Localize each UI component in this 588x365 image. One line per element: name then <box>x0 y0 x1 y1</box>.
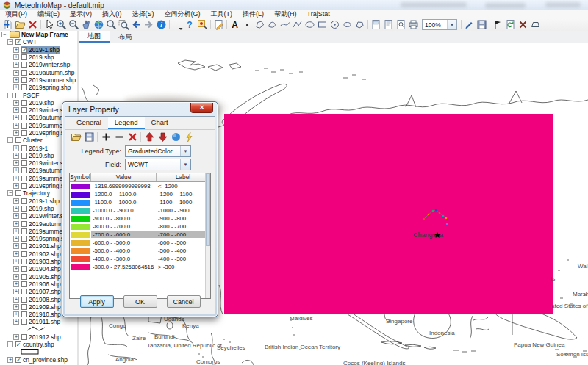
color-swatch[interactable] <box>71 208 90 214</box>
circle-draw-icon[interactable] <box>329 19 341 31</box>
legend-break-row-5[interactable]: -800.0 - -700.0-800 - -700 <box>70 223 210 231</box>
value-cell[interactable]: -600.0 - -500.0 <box>91 239 157 246</box>
close-project-icon[interactable] <box>26 19 39 31</box>
cancel-button[interactable]: Cancel <box>167 295 201 308</box>
tree-expander[interactable]: + <box>13 115 19 120</box>
label-cell[interactable]: -800 - -700 <box>157 223 209 230</box>
tree-expander[interactable]: + <box>13 123 19 129</box>
symbol-cell[interactable] <box>70 232 91 238</box>
layer-visibility-checkbox[interactable] <box>21 167 27 173</box>
layer-visibility-checkbox[interactable] <box>21 274 27 280</box>
zoom-to-layer-icon[interactable] <box>118 19 130 31</box>
tree-expander[interactable]: − <box>7 137 13 143</box>
tree-expander[interactable]: + <box>13 236 19 242</box>
layer-visibility-checkbox[interactable] <box>21 198 27 204</box>
layer-visibility-checkbox[interactable] <box>21 236 27 242</box>
make-breaks-icon[interactable] <box>169 131 182 143</box>
polygon-select-icon[interactable] <box>529 19 542 31</box>
layer-visibility-checkbox[interactable]: ✓ <box>21 47 27 53</box>
tree-item-2019-1-shp[interactable]: +✓2019-1.shp <box>0 46 77 54</box>
layer-visibility-checkbox[interactable] <box>21 334 27 340</box>
value-cell[interactable]: -700.0 - -600.0 <box>91 231 157 238</box>
print-icon[interactable] <box>407 19 420 31</box>
table-scrollbar[interactable] <box>205 173 210 298</box>
polygon-draw-icon[interactable] <box>254 19 266 31</box>
chevron-down-icon[interactable]: ▼ <box>447 20 456 29</box>
layer-visibility-checkbox[interactable] <box>21 115 27 120</box>
layer-visibility-checkbox[interactable] <box>21 311 27 317</box>
value-cell[interactable]: -900.0 - -800.0 <box>91 215 157 222</box>
tree-item-2019spring-shp[interactable]: +2019spring.shp <box>0 84 77 91</box>
rectangle-draw-icon[interactable] <box>316 19 329 31</box>
tree-item-2019-shp[interactable]: +2019.shp <box>0 54 77 61</box>
label-cell[interactable]: -1000 - -900 <box>157 207 209 214</box>
legend-break-row-1[interactable]: -1200.0 - -1100.0-1200 - -1100 <box>70 190 210 198</box>
tree-item-2019autumn-shp[interactable]: +2019autumn.shp <box>0 68 77 76</box>
tree-expander[interactable]: + <box>13 183 19 189</box>
layer-visibility-checkbox[interactable] <box>21 281 27 287</box>
remove-break-icon[interactable] <box>112 131 126 143</box>
layer-visibility-checkbox[interactable] <box>21 319 27 325</box>
layer-visibility-checkbox[interactable] <box>21 145 27 151</box>
layer-visibility-checkbox[interactable] <box>21 228 27 234</box>
new-layout-icon[interactable] <box>370 19 382 31</box>
pan-hand-icon[interactable] <box>80 19 93 31</box>
menu-item-0[interactable]: 项目(P) <box>0 10 32 18</box>
tree-expander[interactable]: + <box>13 297 19 303</box>
color-swatch[interactable] <box>71 200 90 206</box>
legend-break-row-10[interactable]: -300.0 - 27.5258064516> -300 <box>70 263 210 271</box>
color-wizard-icon[interactable] <box>182 131 196 143</box>
flag-select-icon[interactable] <box>492 19 504 31</box>
layer-visibility-checkbox[interactable]: ✓ <box>15 357 21 363</box>
legend-break-row-6[interactable]: -700.0 - -600.0-700 - -600 <box>70 231 210 239</box>
menu-item-5[interactable]: 空间分析(G) <box>159 10 206 18</box>
zoom-out-icon[interactable] <box>68 19 80 31</box>
layer-visibility-checkbox[interactable]: ✓ <box>15 39 21 45</box>
tree-item-2019summer-shp[interactable]: +2019summer.shp <box>0 76 77 84</box>
layer-visibility-checkbox[interactable] <box>21 130 27 136</box>
label-cell[interactable]: -500 - -400 <box>157 247 209 254</box>
symbol-cell[interactable] <box>70 264 91 270</box>
tree-expander[interactable]: + <box>13 311 19 317</box>
label-cell[interactable]: -900 - -800 <box>157 215 209 222</box>
zoom-level-combo[interactable]: 100%▼ <box>422 19 457 30</box>
text-label-icon[interactable]: A <box>229 19 241 31</box>
color-swatch[interactable] <box>71 240 90 246</box>
info-icon[interactable]: i <box>155 19 168 31</box>
tree-expander[interactable]: + <box>13 198 19 204</box>
tree-item-PSCF[interactable]: −PSCF <box>0 91 77 98</box>
tree-expander[interactable]: + <box>13 167 19 173</box>
column-header-value[interactable]: Value <box>91 173 157 181</box>
new-project-icon[interactable] <box>1 19 14 31</box>
tree-item-country-shp[interactable]: −✓country.shp <box>0 341 77 348</box>
label-cell[interactable]: -1100 - -1000 <box>157 199 209 206</box>
layer-visibility-checkbox[interactable] <box>21 243 27 249</box>
value-cell[interactable]: -500.0 - -400.0 <box>91 247 157 254</box>
identify-icon[interactable] <box>196 19 209 31</box>
layer-symbol-row[interactable] <box>0 348 77 355</box>
color-swatch[interactable] <box>71 192 90 198</box>
legend-break-row-2[interactable]: -1100.0 - -1000.0-1100 - -1000 <box>70 198 210 206</box>
tree-expander[interactable]: − <box>1 32 7 37</box>
layer-visibility-checkbox[interactable] <box>21 160 27 166</box>
curve-draw-icon[interactable] <box>279 19 291 31</box>
tree-item-CWT[interactable]: −✓CWT <box>0 38 77 46</box>
tree-item-cn_province-shp[interactable]: +✓cn_province.shp <box>0 356 77 364</box>
ellipse2-draw-icon[interactable] <box>341 19 354 31</box>
tree-expander[interactable]: + <box>13 100 19 106</box>
tree-expander[interactable]: + <box>13 274 19 280</box>
value-cell[interactable]: -800.0 - -700.0 <box>91 223 157 230</box>
tree-expander[interactable]: + <box>13 107 19 113</box>
label-cell[interactable]: -400 - -300 <box>157 256 209 262</box>
column-header-symbol[interactable]: Symbol <box>70 173 91 181</box>
value-cell[interactable]: -1000.0 - -900.0 <box>91 207 157 214</box>
tree-expander[interactable]: + <box>13 251 19 257</box>
layer-visibility-checkbox[interactable] <box>21 77 27 83</box>
layer-visibility-checkbox[interactable] <box>21 183 27 189</box>
tree-expander[interactable]: + <box>13 304 19 310</box>
symbol-cell[interactable] <box>70 208 91 214</box>
edit-vertices-icon[interactable] <box>463 19 476 31</box>
print-preview-icon[interactable] <box>395 19 407 31</box>
tree-expander[interactable]: + <box>13 176 19 181</box>
symbol-cell[interactable] <box>70 224 91 230</box>
